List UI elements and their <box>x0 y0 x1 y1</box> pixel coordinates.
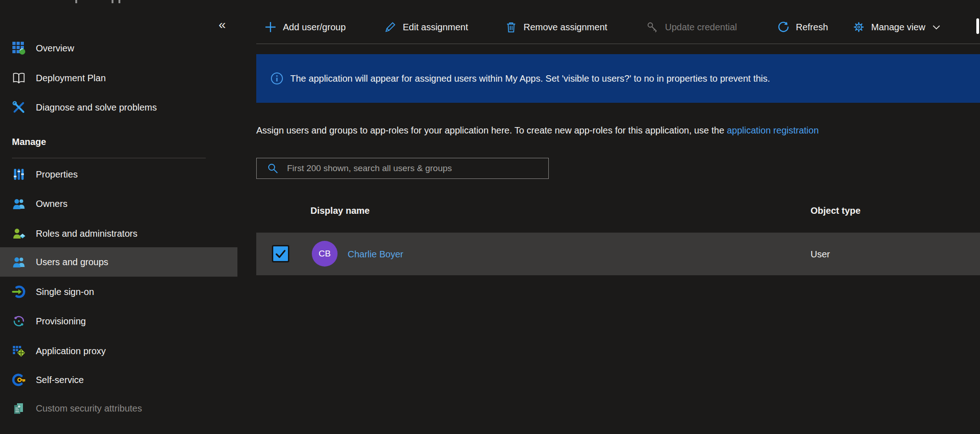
sidebar-item-label: Application proxy <box>36 346 106 356</box>
add-user-group-button[interactable]: Add user/group <box>264 15 346 39</box>
sliders-icon <box>12 167 26 181</box>
info-banner: The application will appear for assigned… <box>256 54 980 103</box>
intro-text: Assign users and groups to app-roles for… <box>256 125 819 136</box>
people-icon <box>12 197 26 211</box>
vertical-scrollbar-thumb[interactable] <box>976 18 979 34</box>
sidebar-item-label: Deployment Plan <box>36 73 106 83</box>
sidebar-item-label: Roles and administrators <box>36 228 137 239</box>
table-row[interactable]: CB Charlie Boyer User <box>256 233 980 275</box>
toolbar-button-label: Remove assignment <box>524 22 607 33</box>
sidebar-item-single-sign-on[interactable]: Single sign-on <box>0 277 237 306</box>
gear-icon <box>852 21 865 33</box>
sidebar-collapse-icon[interactable]: « <box>219 18 226 31</box>
sidebar-item-label: Owners <box>36 199 68 209</box>
search-box <box>256 158 549 179</box>
row-checkbox[interactable] <box>272 245 289 262</box>
document-gear-icon <box>12 401 26 415</box>
edit-assignment-button[interactable]: Edit assignment <box>384 15 468 39</box>
sidebar-divider <box>12 158 206 158</box>
object-type-value: User <box>811 249 830 259</box>
column-header-display-name: Display name <box>310 206 370 216</box>
sign-in-arrow-icon <box>12 285 26 299</box>
open-book-icon <box>12 71 26 85</box>
banner-text: The application will appear for assigned… <box>290 73 770 84</box>
main-content: Add user/group Edit assignment Remov <box>256 0 980 434</box>
person-cube-icon <box>12 227 26 240</box>
sidebar-item-owners[interactable]: Owners <box>0 189 237 218</box>
key-circle-icon <box>12 373 26 387</box>
plus-icon <box>264 21 277 33</box>
sidebar-item-provisioning[interactable]: Provisioning <box>0 306 237 336</box>
grid-diamond-arrows-icon <box>12 344 26 358</box>
trash-icon <box>505 21 518 33</box>
pencil-icon <box>384 21 397 33</box>
sidebar-item-properties[interactable]: Properties <box>0 160 237 189</box>
manage-view-button[interactable]: Manage view <box>852 15 941 39</box>
update-credential-button[interactable]: Update credential <box>646 15 737 39</box>
sidebar: « Overview <box>0 0 237 434</box>
sidebar-item-roles-administrators[interactable]: Roles and administrators <box>0 219 237 248</box>
search-icon <box>267 162 279 174</box>
toolbar-divider <box>256 44 980 44</box>
toolbar-button-label: Manage view <box>871 22 925 33</box>
users-and-groups-blade: « Overview <box>0 0 980 434</box>
sidebar-item-deployment-plan[interactable]: Deployment Plan <box>0 63 237 93</box>
sidebar-item-label: Overview <box>36 43 74 54</box>
toolbar-button-label: Refresh <box>796 22 828 33</box>
chevron-down-icon <box>931 22 941 32</box>
crossed-tools-icon <box>12 100 26 114</box>
sidebar-item-custom-security-attributes[interactable]: Custom security attributes <box>0 394 237 423</box>
provisioning-cycle-icon <box>12 314 26 328</box>
sidebar-item-overview[interactable]: Overview <box>0 33 237 63</box>
toolbar-button-label: Edit assignment <box>403 22 468 33</box>
application-registration-link[interactable]: application registration <box>727 125 819 135</box>
sidebar-section-manage: Manage <box>12 137 46 147</box>
sidebar-item-users-and-groups[interactable]: Users and groups <box>0 247 237 277</box>
toolbar-button-label: Add user/group <box>283 22 346 33</box>
column-header-object-type: Object type <box>811 206 861 216</box>
sidebar-item-label: Users and groups <box>36 257 108 267</box>
sidebar-item-label: Self-service <box>36 375 84 385</box>
sidebar-item-self-service[interactable]: Self-service <box>0 365 237 395</box>
info-icon <box>270 72 283 85</box>
user-display-name-link[interactable]: Charlie Boyer <box>348 249 403 259</box>
intro-sentence: Assign users and groups to app-roles for… <box>256 125 727 135</box>
sidebar-item-label: Diagnose and solve problems <box>36 102 157 113</box>
sidebar-item-label: Single sign-on <box>36 287 94 297</box>
remove-assignment-button[interactable]: Remove assignment <box>505 15 607 39</box>
search-input[interactable] <box>286 163 545 174</box>
sidebar-item-label: Provisioning <box>36 316 86 327</box>
sidebar-item-application-proxy[interactable]: Application proxy <box>0 336 237 366</box>
key-icon <box>646 21 659 33</box>
sidebar-item-diagnose[interactable]: Diagnose and solve problems <box>0 93 237 122</box>
toolbar-button-label: Update credential <box>665 22 737 33</box>
people-icon <box>12 255 26 269</box>
overview-grid-globe-icon <box>12 41 26 55</box>
avatar: CB <box>312 241 338 267</box>
sidebar-item-label: Custom security attributes <box>36 403 142 414</box>
sidebar-item-label: Properties <box>36 169 78 180</box>
refresh-button[interactable]: Refresh <box>777 15 828 39</box>
refresh-icon <box>777 21 790 33</box>
